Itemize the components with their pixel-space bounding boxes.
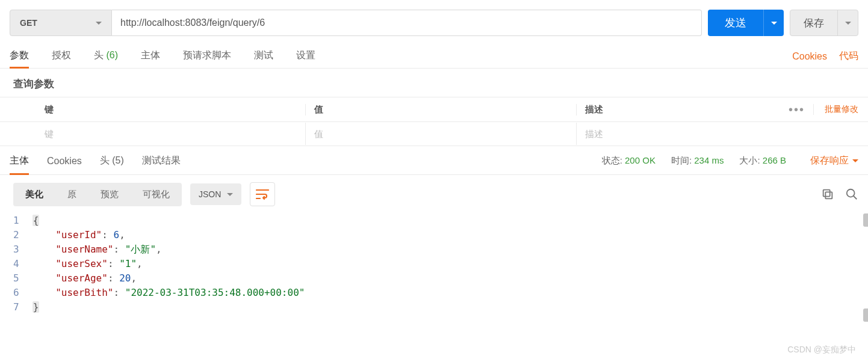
- response-tabs: 主体 Cookies 头 (5) 测试结果 状态: 200 OK 时间: 234…: [0, 147, 868, 175]
- tab-auth[interactable]: 授权: [52, 44, 71, 68]
- time-value: 234 ms: [694, 155, 724, 165]
- tab-body[interactable]: 主体: [141, 44, 160, 68]
- size-value: 266 B: [763, 155, 786, 165]
- search-icon[interactable]: [845, 188, 858, 201]
- line-gutter: 1234567: [13, 213, 33, 315]
- chevron-down-icon: [227, 193, 233, 199]
- chevron-down-icon: [852, 159, 858, 165]
- format-select[interactable]: JSON: [190, 183, 241, 205]
- tab-settings[interactable]: 设置: [296, 44, 315, 68]
- resp-tab-headers[interactable]: 头 (5): [100, 147, 124, 174]
- col-desc: 描述: [577, 104, 779, 115]
- tab-headers-count: (6): [106, 50, 118, 60]
- scroll-thumb-top[interactable]: [863, 213, 868, 227]
- resp-tab-headers-count: (5): [112, 155, 124, 165]
- tab-tests[interactable]: 测试: [254, 44, 273, 68]
- url-input[interactable]: [112, 10, 702, 36]
- param-key-input[interactable]: [45, 123, 297, 145]
- send-button-group: 发送: [708, 10, 784, 36]
- chevron-down-icon: [96, 22, 102, 28]
- tab-params[interactable]: 参数: [10, 44, 29, 68]
- tab-headers-label: 头: [94, 50, 104, 60]
- resp-tab-body[interactable]: 主体: [10, 147, 29, 174]
- view-mode-group: 美化 原 预览 可视化: [13, 183, 182, 206]
- request-tabs: 参数 授权 头 (6) 主体 预请求脚本 测试 设置 Cookies 代码: [0, 44, 868, 69]
- save-response-button[interactable]: 保存响应: [810, 155, 858, 167]
- view-pretty[interactable]: 美化: [13, 183, 55, 206]
- time-label: 时间:: [671, 155, 692, 165]
- send-button[interactable]: 发送: [708, 10, 763, 36]
- tab-headers[interactable]: 头 (6): [94, 44, 118, 68]
- params-header-row: 键 值 描述 ••• 批量修改: [0, 97, 868, 121]
- wrap-lines-button[interactable]: [250, 182, 275, 206]
- param-value-input[interactable]: [314, 123, 568, 145]
- svg-point-2: [847, 189, 855, 197]
- code-link[interactable]: 代码: [839, 50, 858, 63]
- chevron-down-icon: [771, 22, 777, 28]
- tab-prerequest[interactable]: 预请求脚本: [183, 44, 231, 68]
- scrollbar[interactable]: [862, 213, 868, 322]
- col-value: 值: [306, 104, 577, 115]
- resp-tab-cookies[interactable]: Cookies: [47, 149, 82, 174]
- wrap-icon: [256, 189, 269, 200]
- params-table: 键 值 描述 ••• 批量修改: [0, 97, 868, 146]
- format-value: JSON: [199, 189, 221, 199]
- body-toolbar: 美化 原 预览 可视化 JSON: [0, 175, 868, 213]
- resp-tab-headers-label: 头: [100, 155, 110, 165]
- view-raw[interactable]: 原: [55, 183, 88, 206]
- response-code: 1234567 { "userId": 6, "userName": "小新",…: [0, 213, 868, 322]
- cookies-link[interactable]: Cookies: [792, 51, 827, 62]
- code-content[interactable]: { "userId": 6, "userName": "小新", "userSe…: [33, 213, 858, 315]
- save-button-group: 保存: [790, 10, 858, 36]
- col-key: 键: [36, 104, 306, 115]
- size-label: 大小:: [739, 155, 760, 165]
- status-group: 状态: 200 OK 时间: 234 ms 大小: 266 B: [602, 155, 786, 167]
- scroll-thumb-bottom[interactable]: [863, 308, 868, 322]
- status-value: 200 OK: [625, 155, 656, 165]
- method-value: GET: [20, 18, 37, 28]
- method-select[interactable]: GET: [10, 10, 112, 36]
- query-params-title: 查询参数: [0, 69, 868, 97]
- copy-icon[interactable]: [821, 188, 834, 201]
- save-dropdown[interactable]: [837, 10, 858, 35]
- save-response-label: 保存响应: [810, 155, 849, 167]
- params-input-row: [0, 121, 868, 146]
- svg-rect-0: [825, 192, 832, 198]
- view-visualize[interactable]: 可视化: [131, 183, 182, 206]
- request-bar: GET 发送 保存: [0, 0, 868, 44]
- view-preview[interactable]: 预览: [88, 183, 131, 206]
- svg-rect-1: [823, 190, 830, 197]
- more-icon[interactable]: •••: [789, 103, 805, 117]
- bulk-edit-link[interactable]: 批量修改: [813, 104, 858, 115]
- send-dropdown[interactable]: [763, 10, 784, 36]
- save-button[interactable]: 保存: [790, 10, 837, 35]
- svg-line-3: [854, 196, 857, 200]
- status-label: 状态:: [602, 155, 622, 165]
- param-desc-input[interactable]: [585, 123, 769, 145]
- chevron-down-icon: [845, 22, 851, 28]
- resp-tab-testresults[interactable]: 测试结果: [142, 147, 181, 174]
